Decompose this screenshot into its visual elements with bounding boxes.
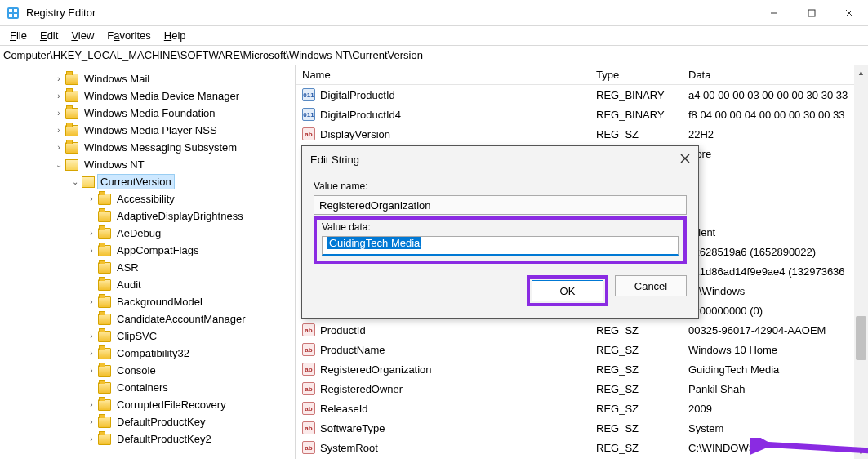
- folder-icon: [65, 74, 78, 85]
- tree-item[interactable]: AeDebug: [0, 225, 295, 242]
- menu-file[interactable]: File: [3, 29, 33, 42]
- list-item[interactable]: 011DigitalProductId4 REG_BINARY f8 04 00…: [296, 105, 868, 124]
- folder-icon: [98, 194, 111, 205]
- cancel-button[interactable]: Cancel: [615, 275, 687, 296]
- folder-icon: [65, 91, 78, 102]
- list-item[interactable]: abProductId REG_SZ 00325-96017-42904-AAO…: [296, 320, 868, 340]
- folder-icon: [98, 348, 111, 359]
- tree-item[interactable]: Console: [0, 362, 295, 379]
- folder-icon: [98, 211, 111, 222]
- binary-value-icon: 011: [302, 108, 315, 121]
- tree-item[interactable]: Containers: [0, 379, 295, 396]
- tree-item[interactable]: BackgroundModel: [0, 293, 295, 310]
- tree-item[interactable]: Windows Media Player NSS: [0, 122, 295, 139]
- tree-item[interactable]: Audit: [0, 276, 295, 293]
- list-header: Name Type Data: [296, 65, 868, 85]
- tree-item[interactable]: AppCompatFlags: [0, 242, 295, 259]
- value-data-field[interactable]: GuidingTech Media: [322, 236, 679, 256]
- folder-icon: [98, 417, 111, 428]
- value-name-label: Value name:: [314, 180, 687, 192]
- registry-tree[interactable]: Windows MailWindows Media Device Manager…: [0, 65, 296, 459]
- list-item[interactable]: abRegisteredOrganization REG_SZ GuidingT…: [296, 359, 868, 379]
- string-value-icon: ab: [302, 441, 315, 454]
- folder-icon: [98, 296, 111, 308]
- folder-icon: [98, 434, 111, 445]
- col-name[interactable]: Name: [296, 69, 590, 81]
- svg-line-9: [762, 444, 868, 452]
- svg-rect-3: [9, 14, 12, 17]
- string-value-icon: ab: [302, 402, 315, 415]
- menu-edit[interactable]: Edit: [33, 29, 65, 42]
- svg-rect-2: [14, 9, 17, 12]
- address-text: Computer\HKEY_LOCAL_MACHINE\SOFTWARE\Mic…: [3, 49, 423, 61]
- value-data-highlight: Value data: GuidingTech Media: [314, 216, 687, 264]
- tree-item[interactable]: CorruptedFileRecovery: [0, 396, 295, 413]
- vertical-scrollbar[interactable]: ▲ ▼: [854, 65, 868, 459]
- edit-string-dialog: Edit String Value name: Value data: Guid…: [301, 145, 699, 319]
- list-item[interactable]: abProductName REG_SZ Windows 10 Home: [296, 340, 868, 359]
- string-value-icon: ab: [302, 343, 315, 356]
- menu-favorites[interactable]: Favorites: [100, 29, 157, 42]
- list-item[interactable]: abDisplayVersion REG_SZ 22H2: [296, 124, 868, 144]
- tree-item[interactable]: Windows Media Device Manager: [0, 87, 295, 105]
- list-item[interactable]: abRegisteredOwner REG_SZ Pankil Shah: [296, 379, 868, 399]
- dialog-title: Edit String: [310, 154, 680, 166]
- minimize-button[interactable]: [755, 0, 793, 26]
- annotation-arrow: [750, 438, 868, 459]
- tree-item[interactable]: DefaultProductKey2: [0, 430, 295, 448]
- tree-item[interactable]: ClipSVC: [0, 328, 295, 345]
- tree-item[interactable]: Windows Messaging Subsystem: [0, 139, 295, 156]
- ok-highlight: OK: [527, 275, 608, 306]
- svg-rect-4: [14, 14, 17, 17]
- ok-button[interactable]: OK: [532, 280, 603, 301]
- tree-item[interactable]: Compatibility32: [0, 345, 295, 362]
- folder-icon: [65, 125, 78, 136]
- titlebar: Registry Editor: [0, 0, 868, 26]
- string-value-icon: ab: [302, 323, 315, 336]
- folder-icon: [98, 331, 111, 342]
- value-data-label: Value data:: [322, 221, 679, 233]
- value-data-text: GuidingTech Media: [327, 237, 421, 249]
- tree-item-currentversion[interactable]: CurrentVersion: [0, 173, 295, 190]
- folder-icon: [98, 228, 111, 239]
- folder-open-icon: [82, 176, 95, 188]
- tree-item[interactable]: Accessibility: [0, 190, 295, 207]
- menubar: File Edit View Favorites Help: [0, 26, 868, 46]
- list-item[interactable]: abSoftwareType REG_SZ System: [296, 418, 868, 438]
- string-value-icon: ab: [302, 127, 315, 140]
- col-data[interactable]: Data: [682, 69, 868, 81]
- scroll-up-icon[interactable]: ▲: [854, 65, 868, 79]
- window-title: Registry Editor: [26, 7, 755, 19]
- svg-rect-6: [808, 10, 815, 16]
- string-value-icon: ab: [302, 421, 315, 434]
- folder-icon: [98, 365, 111, 377]
- list-item[interactable]: 011DigitalProductId REG_BINARY a4 00 00 …: [296, 85, 868, 105]
- tree-item[interactable]: ASR: [0, 259, 295, 276]
- string-value-icon: ab: [302, 363, 315, 376]
- folder-icon: [98, 245, 111, 256]
- svg-rect-1: [9, 9, 12, 12]
- tree-item-windows-nt[interactable]: Windows NT: [0, 156, 295, 173]
- tree-item[interactable]: Windows Media Foundation: [0, 105, 295, 122]
- tree-item[interactable]: CandidateAccountManager: [0, 310, 295, 328]
- folder-icon: [65, 142, 78, 154]
- tree-item[interactable]: AdaptiveDisplayBrightness: [0, 207, 295, 225]
- string-value-icon: ab: [302, 382, 315, 395]
- dialog-close-icon[interactable]: [680, 154, 690, 166]
- tree-item[interactable]: DefaultProductKey: [0, 413, 295, 430]
- folder-icon: [98, 279, 111, 291]
- list-item[interactable]: abReleaseId REG_SZ 2009: [296, 399, 868, 418]
- binary-value-icon: 011: [302, 88, 315, 101]
- maximize-button[interactable]: [793, 0, 830, 26]
- menu-help[interactable]: Help: [158, 29, 193, 42]
- close-button[interactable]: [830, 0, 868, 26]
- folder-icon: [65, 108, 78, 119]
- folder-icon: [98, 382, 111, 394]
- folder-open-icon: [65, 159, 78, 171]
- address-bar[interactable]: Computer\HKEY_LOCAL_MACHINE\SOFTWARE\Mic…: [0, 46, 868, 65]
- menu-view[interactable]: View: [65, 29, 100, 42]
- scroll-thumb[interactable]: [856, 316, 866, 360]
- folder-icon: [98, 399, 111, 411]
- col-type[interactable]: Type: [590, 69, 682, 81]
- tree-item[interactable]: Windows Mail: [0, 70, 295, 87]
